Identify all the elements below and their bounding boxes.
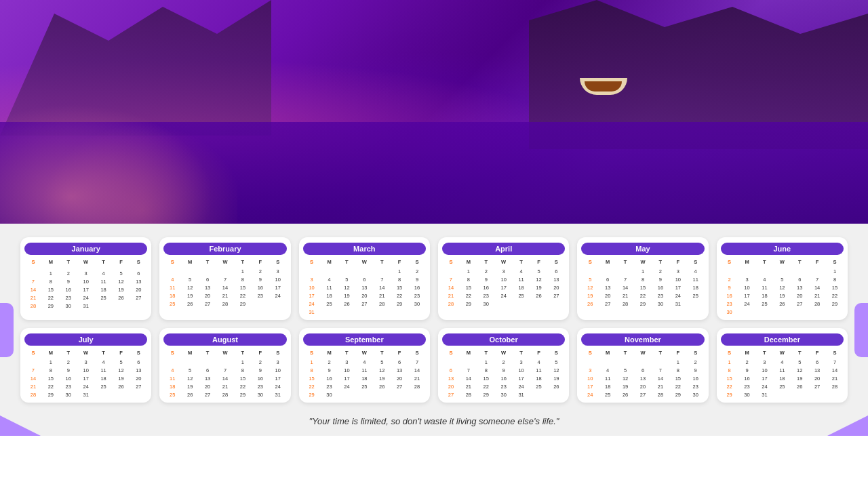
calendar-day <box>216 358 234 366</box>
day-header-label: M <box>738 258 756 266</box>
day-headers-december: SMTWTFS <box>721 349 844 357</box>
day-header-label: M <box>599 349 616 357</box>
calendar-day <box>338 267 355 275</box>
calendar-day: 17 <box>513 374 530 382</box>
calendar-day: 31 <box>77 302 95 310</box>
calendar-day <box>113 302 130 310</box>
day-header-label: T <box>60 258 77 266</box>
calendar-day <box>599 267 616 275</box>
calendar-day: 25 <box>530 382 548 390</box>
calendar-day: 3 <box>269 358 287 366</box>
calendar-day: 28 <box>373 300 391 308</box>
calendar-day <box>460 358 477 366</box>
calendar-day: 3 <box>269 267 287 275</box>
day-header-label: S <box>581 349 599 357</box>
month-header-october: October <box>442 333 565 346</box>
calendar-day: 28 <box>24 302 42 310</box>
calendar-day <box>252 300 269 308</box>
calendar-day <box>581 358 599 366</box>
calendar-day <box>738 308 756 316</box>
day-header-label: F <box>808 349 826 357</box>
calendar-day: 30 <box>738 390 756 399</box>
month-card-march: MarchSMTWTFS1234567891011121314151617181… <box>299 237 430 320</box>
calendar-day: 2 <box>60 358 77 366</box>
day-header-label: S <box>408 349 426 357</box>
calendar-day: 12 <box>113 366 130 374</box>
calendar-day: 22 <box>826 291 844 300</box>
calendar-day: 24 <box>738 300 756 308</box>
calendar-day: 1 <box>234 358 252 366</box>
calendar-day: 27 <box>355 300 373 308</box>
calendar-day: 11 <box>755 283 773 291</box>
calendar-day: 29 <box>477 390 495 399</box>
days-grid-october: 1234567891011121314151617181920212223242… <box>442 358 565 399</box>
calendar-day: 1 <box>826 267 844 275</box>
day-header-label: W <box>495 349 513 357</box>
calendar-day: 8 <box>42 366 60 374</box>
calendar-day: 22 <box>234 291 252 300</box>
calendar-day: 1 <box>669 358 687 366</box>
calendar-day: 12 <box>181 374 199 382</box>
calendar-day: 4 <box>530 358 548 366</box>
calendar-day: 22 <box>42 382 60 390</box>
calendar-day: 17 <box>738 291 756 300</box>
calendar-day: 31 <box>77 390 95 399</box>
calendar-day: 28 <box>408 382 426 390</box>
calendar-day <box>442 267 460 275</box>
day-header-label: S <box>163 258 181 266</box>
calendar-day: 19 <box>373 374 391 382</box>
calendar-day: 8 <box>669 366 687 374</box>
day-header-label: M <box>460 349 477 357</box>
calendar-day: 21 <box>808 291 826 300</box>
calendar-day: 14 <box>826 366 844 374</box>
calendar-day: 22 <box>460 291 477 300</box>
calendar-day: 2 <box>652 267 669 275</box>
calendar-day: 13 <box>355 283 373 291</box>
calendar-day: 20 <box>355 291 373 300</box>
calendar-day: 25 <box>773 382 791 390</box>
day-header-label: F <box>113 258 130 266</box>
calendar-day: 3 <box>77 358 95 366</box>
calendar-day: 2 <box>60 269 77 277</box>
calendar-day: 19 <box>181 382 199 390</box>
calendar-day: 23 <box>60 293 77 302</box>
calendar-day: 30 <box>721 308 738 316</box>
month-header-may: May <box>581 243 704 255</box>
calendar-day: 25 <box>163 300 181 308</box>
calendar-day: 9 <box>252 366 269 374</box>
calendar-day: 6 <box>791 275 808 283</box>
day-header-label: T <box>373 258 391 266</box>
calendar-day <box>547 300 565 308</box>
day-header-label: W <box>355 258 373 266</box>
calendar-day: 20 <box>391 374 408 382</box>
calendar-day: 27 <box>442 390 460 399</box>
calendar-day: 8 <box>234 275 252 283</box>
calendar-day: 29 <box>234 300 252 308</box>
calendar-day <box>181 267 199 275</box>
boat <box>576 61 631 95</box>
day-header-label: S <box>826 258 844 266</box>
calendar-day: 21 <box>408 374 426 382</box>
calendar-day: 7 <box>216 366 234 374</box>
calendar-day: 4 <box>755 275 773 283</box>
calendar-day: 22 <box>477 382 495 390</box>
calendar-day: 19 <box>181 291 199 300</box>
calendar-day <box>163 267 181 275</box>
calendar-day: 17 <box>495 283 513 291</box>
day-headers-august: SMTWTFS <box>163 349 286 357</box>
calendar-day: 28 <box>826 382 844 390</box>
calendar-day <box>513 300 530 308</box>
calendar-day <box>826 390 844 399</box>
calendar-day: 15 <box>234 374 252 382</box>
calendar-day <box>95 390 113 399</box>
calendar-day <box>721 267 738 275</box>
day-headers-october: SMTWTFS <box>442 349 565 357</box>
day-headers-february: SMTWTFS <box>163 258 286 266</box>
calendar-day <box>391 308 408 316</box>
calendar-day: 10 <box>495 275 513 283</box>
calendar-day: 13 <box>391 366 408 374</box>
calendar-day: 27 <box>599 300 616 308</box>
calendar-day: 20 <box>791 291 808 300</box>
calendar-day: 23 <box>495 382 513 390</box>
calendar-day: 25 <box>513 291 530 300</box>
